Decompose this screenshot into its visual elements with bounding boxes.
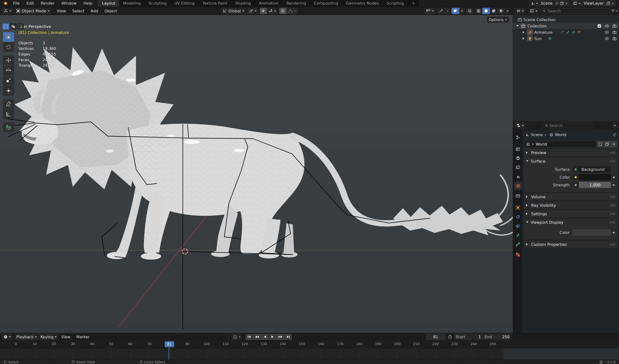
tab-object[interactable] <box>513 203 522 212</box>
properties-options-dropdown[interactable] <box>612 122 618 129</box>
panel-grip[interactable] <box>610 204 615 206</box>
render-visibility-camera-icon[interactable] <box>612 30 617 34</box>
tool-transform[interactable] <box>3 86 14 96</box>
proportional-editing-toggle[interactable] <box>279 8 286 14</box>
tool-cursor[interactable] <box>3 42 14 52</box>
play-reverse-button[interactable] <box>261 334 268 340</box>
tab-rendering[interactable]: Rendering <box>282 0 310 7</box>
close-icon[interactable] <box>611 2 614 5</box>
breadcrumb-scene[interactable]: Scene <box>531 132 543 137</box>
timeline-canvas[interactable] <box>0 348 619 360</box>
tab-animation[interactable]: Animation <box>255 0 282 7</box>
properties-search-input[interactable] <box>549 123 591 128</box>
world-datablock-field[interactable]: World <box>524 141 597 148</box>
tab-output[interactable] <box>513 154 522 162</box>
tab-bone[interactable] <box>513 240 522 249</box>
outliner-row-armature[interactable]: Armature <box>513 29 619 35</box>
tab-geometry-nodes[interactable]: Geometry Nodes <box>342 0 383 7</box>
expand-collapse-icon[interactable] <box>523 37 526 40</box>
timeline-editor-type-button[interactable] <box>2 334 13 340</box>
gizmos-toggle[interactable] <box>437 8 445 14</box>
outliner-row-scene-collection[interactable]: Scene Collection <box>513 16 619 23</box>
menu-render[interactable]: Render <box>37 1 58 6</box>
snap-toggle[interactable] <box>260 8 267 14</box>
auto-keying-toggle[interactable] <box>232 334 242 340</box>
tab-uv-editing[interactable]: UV Editing <box>170 0 198 7</box>
panel-grip[interactable] <box>610 160 615 162</box>
properties-search[interactable] <box>543 123 594 128</box>
viewport-color-swatch[interactable] <box>573 229 611 236</box>
panel-grip[interactable] <box>610 213 615 215</box>
frame-end-field[interactable]: End250 <box>483 334 511 340</box>
world-color-swatch[interactable] <box>573 174 611 180</box>
copy-icon[interactable] <box>560 2 564 5</box>
tool-scale[interactable] <box>3 76 14 85</box>
outliner-display-mode-button[interactable] <box>528 8 539 14</box>
tool-annotate[interactable] <box>3 99 14 109</box>
tab-scripting[interactable]: Scripting <box>382 0 408 7</box>
pin-icon[interactable] <box>555 2 559 5</box>
tab-texture[interactable] <box>513 251 522 259</box>
tool-add-primitive[interactable] <box>3 122 14 132</box>
scene-selector[interactable]: Scene <box>529 0 570 6</box>
current-frame-badge[interactable]: 81 <box>165 341 174 347</box>
shading-material-button[interactable] <box>490 8 497 14</box>
outliner-search[interactable] <box>541 8 610 14</box>
menu-file[interactable]: File <box>10 1 23 6</box>
shading-solid-button[interactable] <box>482 8 490 14</box>
menu-select[interactable]: Select <box>69 9 87 13</box>
tab-render[interactable] <box>513 145 522 153</box>
animate-decorator[interactable] <box>613 232 615 233</box>
transform-orientation-dropdown[interactable]: Global <box>221 8 246 14</box>
tab-scene[interactable] <box>513 172 522 181</box>
breadcrumb-world[interactable]: World <box>555 132 566 137</box>
tab-shading[interactable]: Shading <box>231 0 255 7</box>
expand-collapse-icon[interactable] <box>523 31 526 33</box>
close-icon[interactable] <box>565 2 568 5</box>
copy-icon[interactable] <box>607 2 610 5</box>
shading-rendered-button[interactable] <box>497 8 505 14</box>
current-frame-field[interactable]: 81 <box>426 334 445 340</box>
select-extend-mode-button[interactable] <box>10 23 16 30</box>
timeline-view-menu[interactable]: View <box>58 335 73 339</box>
play-button[interactable] <box>269 334 276 340</box>
tab-modeling[interactable]: Modeling <box>119 0 145 7</box>
add-workspace-button[interactable]: + <box>408 0 419 7</box>
panel-settings[interactable]: Settings <box>524 210 618 217</box>
timeline-ruler[interactable]: 0102030405060708090100110120130140150160… <box>0 340 619 348</box>
previous-keyframe-button[interactable] <box>253 334 261 340</box>
properties-editor-type-button[interactable] <box>515 122 526 129</box>
gizmos-dropdown[interactable] <box>445 8 450 14</box>
strength-slider[interactable]: 1.000 <box>573 182 611 188</box>
select-set-mode-button[interactable] <box>2 23 9 30</box>
overlays-dropdown[interactable] <box>459 8 464 14</box>
unlink-datablock-button[interactable] <box>610 141 617 148</box>
panel-volume[interactable]: Volume <box>524 193 618 200</box>
outliner-editor-type-button[interactable] <box>515 8 526 14</box>
hide-eye-icon[interactable] <box>605 30 609 34</box>
panel-surface[interactable]: Surface Surface Background Color Strengt… <box>524 157 618 192</box>
playback-menu[interactable]: Playback <box>14 334 38 340</box>
tab-tool[interactable] <box>513 133 522 141</box>
panel-custom-properties[interactable]: Custom Properties <box>524 241 618 248</box>
tab-view-layer[interactable] <box>513 163 522 171</box>
outliner-filter-button[interactable] <box>611 9 618 13</box>
render-visibility-camera-icon[interactable] <box>612 24 617 28</box>
tab-layout[interactable]: Layout <box>98 0 119 7</box>
proportional-falloff-dropdown[interactable] <box>286 8 298 14</box>
tool-move[interactable] <box>3 55 14 65</box>
overlays-toggle[interactable] <box>451 8 459 14</box>
tab-object-data[interactable] <box>513 231 522 239</box>
panel-grip[interactable] <box>610 221 615 223</box>
keying-menu[interactable]: Keying <box>38 334 58 340</box>
tab-constraints[interactable] <box>513 222 522 230</box>
panel-grip[interactable] <box>610 243 615 245</box>
tab-compositing[interactable]: Compositing <box>310 0 342 7</box>
panel-grip[interactable] <box>610 152 615 154</box>
show-object-types-dropdown[interactable] <box>424 8 436 14</box>
tab-physics[interactable] <box>513 212 522 221</box>
tab-world[interactable] <box>514 182 522 190</box>
frame-start-field[interactable]: Start1 <box>454 334 483 340</box>
editor-type-button[interactable] <box>2 8 13 14</box>
pivot-point-dropdown[interactable] <box>247 8 258 14</box>
